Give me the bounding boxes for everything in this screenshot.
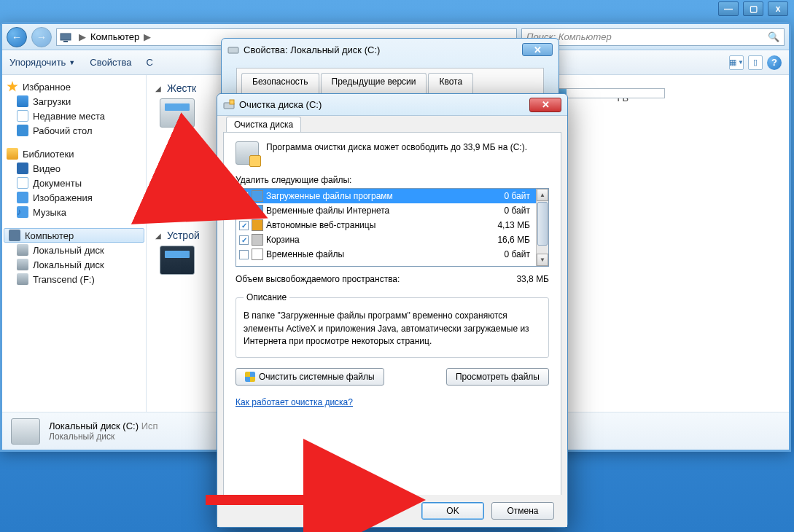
properties-dialog: Свойства: Локальный диск (C:) ✕ Безопасн… (221, 38, 559, 102)
close-button[interactable]: ✕ (529, 98, 561, 112)
sidebar-item-downloads[interactable]: Загрузки (2, 94, 146, 109)
description-legend: Описание (244, 292, 289, 304)
file-size: 0 байт (482, 191, 533, 201)
file-name: Временные файлы Интернета (266, 206, 479, 216)
preview-pane-button[interactable]: ▯ (748, 55, 763, 70)
total-label: Объем высвобождаемого пространства: (236, 274, 400, 284)
description-text: В папке "Загруженные файлы программ" вре… (244, 310, 541, 348)
sidebar-item-video[interactable]: Видео (2, 161, 146, 176)
star-icon (7, 81, 18, 93)
chevron-right-icon: ▶ (74, 31, 90, 42)
file-list: ✓Загруженные файлы программ0 байт✓Времен… (236, 188, 549, 267)
checkbox[interactable]: ✓ (239, 235, 249, 245)
view-files-button[interactable]: Просмотреть файлы (446, 368, 549, 386)
file-size: 0 байт (482, 249, 533, 259)
tab-cleanup[interactable]: Очистка диска (226, 117, 301, 133)
sidebar-item-music[interactable]: ♪Музыка (2, 205, 146, 219)
maximize-button[interactable]: ▢ (743, 1, 763, 16)
file-icon (252, 205, 263, 216)
scroll-down-button[interactable]: ▼ (537, 254, 548, 266)
sidebar-item-transcend[interactable]: Transcend (F:) (2, 272, 146, 286)
sidebar-item-local-disk-c[interactable]: Локальный диск (2, 243, 146, 257)
sidebar-computer[interactable]: Компьютер (4, 228, 144, 243)
disk-cleanup-icon (223, 99, 235, 111)
sidebar-item-documents[interactable]: Документы (2, 176, 146, 190)
scroll-thumb[interactable] (537, 202, 548, 246)
checkbox[interactable] (239, 250, 249, 259)
file-size: 16,6 МБ (482, 235, 533, 245)
cancel-button[interactable]: Отмена (491, 502, 554, 520)
dialog-footer: OK Отмена (217, 495, 567, 527)
chevron-down-icon: ◢ (155, 232, 161, 240)
checkbox[interactable]: ✓ (239, 206, 249, 216)
svg-rect-1 (63, 41, 68, 42)
details-used-label: Исп (141, 420, 158, 431)
images-icon (17, 192, 28, 203)
downloads-icon (17, 95, 28, 107)
details-subtitle: Локальный диск (49, 431, 158, 442)
svg-rect-4 (230, 100, 234, 104)
cleanup-title-text: Очистка диска (C:) (239, 99, 322, 110)
sidebar-libraries[interactable]: Библиотеки (2, 146, 146, 161)
disk-cleanup-icon (236, 141, 259, 165)
file-name: Временные файлы (266, 249, 479, 259)
clean-system-files-button[interactable]: Очистить системные файлы (236, 368, 384, 386)
scrollbar[interactable]: ▲ ▼ (536, 189, 548, 266)
forward-button[interactable]: → (31, 27, 52, 47)
sidebar-item-desktop[interactable]: Рабочий стол (2, 123, 146, 138)
drive-icon (160, 179, 195, 208)
computer-icon (9, 230, 20, 241)
file-name: Автономные веб-страницы (266, 220, 479, 230)
file-list-row[interactable]: ✓Временные файлы Интернета0 байт (236, 203, 536, 218)
help-link[interactable]: Как работает очистка диска? (236, 397, 353, 407)
toolbar-more[interactable]: С (146, 57, 152, 68)
cleanup-message: Программа очистки диска может освободить… (266, 141, 527, 154)
disk-icon (17, 273, 28, 285)
cleanup-titlebar[interactable]: Очистка диска (C:) ✕ (217, 94, 567, 116)
svg-rect-2 (228, 47, 238, 53)
delete-files-label: Удалить следующие файлы: (236, 175, 549, 185)
file-list-row[interactable]: ✓Загруженные файлы программ0 байт (236, 189, 536, 203)
search-input[interactable]: Поиск: Компьютер 🔍 (521, 28, 785, 46)
disk-icon (17, 244, 28, 256)
disk-icon (227, 44, 239, 55)
properties-tabs: Безопасность Предыдущие версии Квота (236, 68, 544, 97)
shield-icon (245, 372, 255, 382)
file-list-row[interactable]: ✓Автономные веб-страницы4,13 МБ (236, 218, 536, 232)
organize-menu[interactable]: Упорядочить▼ (9, 57, 75, 68)
sidebar-item-recent[interactable]: Недавние места (2, 109, 146, 123)
drive-icon (160, 246, 195, 275)
help-button[interactable]: ? (767, 55, 782, 70)
back-button[interactable]: ← (7, 27, 27, 47)
details-title: Локальный диск (C:) (49, 420, 139, 431)
file-list-row[interactable]: Временные файлы0 байт (236, 247, 536, 262)
total-value: 33,8 МБ (516, 274, 549, 284)
checkbox[interactable]: ✓ (239, 192, 249, 201)
checkbox[interactable]: ✓ (239, 221, 249, 230)
properties-titlebar[interactable]: Свойства: Локальный диск (C:) ✕ (222, 39, 558, 60)
window-controls: — ▢ x (718, 1, 788, 16)
documents-icon (17, 177, 28, 189)
libraries-icon (7, 148, 18, 160)
close-button[interactable]: x (768, 1, 788, 16)
video-icon (17, 163, 28, 174)
sidebar-item-images[interactable]: Изображения (2, 190, 146, 205)
file-size: 4,13 МБ (482, 220, 533, 230)
chevron-down-icon: ◢ (155, 85, 161, 93)
recent-icon (17, 110, 28, 122)
sidebar-item-local-disk-d[interactable]: Локальный диск (2, 257, 146, 272)
drive-icon (160, 98, 195, 128)
desktop-icon (17, 125, 28, 136)
minimize-button[interactable]: — (718, 1, 739, 16)
svg-rect-0 (61, 34, 71, 40)
file-size: 0 байт (482, 206, 533, 216)
close-button[interactable]: ✕ (522, 43, 553, 56)
scroll-up-button[interactable]: ▲ (537, 189, 548, 201)
chevron-right-icon: ▶ (139, 31, 155, 42)
sidebar-favorites[interactable]: Избранное (2, 79, 146, 94)
ok-button[interactable]: OK (421, 502, 484, 520)
view-button[interactable]: ▦▼ (729, 55, 744, 70)
file-icon (252, 249, 263, 260)
properties-button[interactable]: Свойства (90, 57, 131, 68)
file-list-row[interactable]: ✓Корзина16,6 МБ (236, 232, 536, 247)
